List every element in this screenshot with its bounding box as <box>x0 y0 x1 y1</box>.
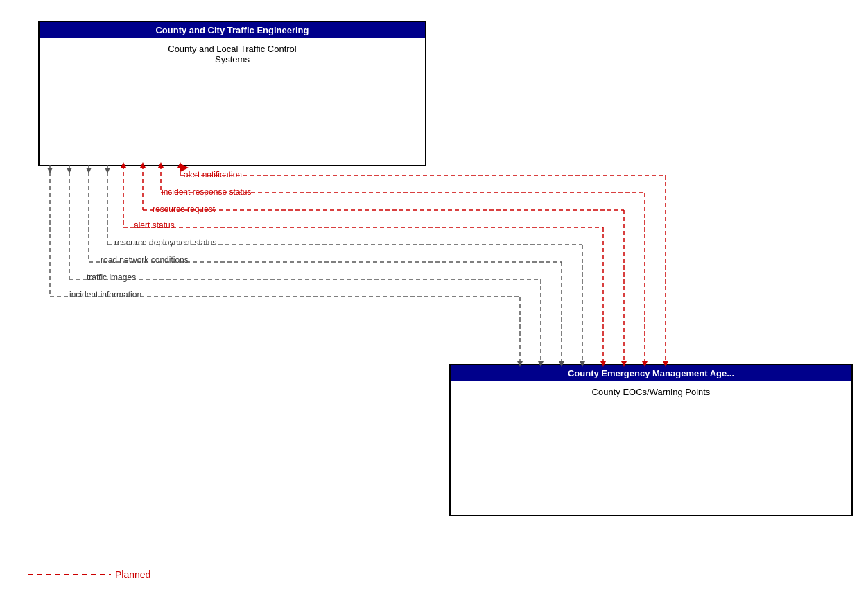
flow-incident-information: incident information <box>69 290 141 299</box>
svg-marker-32 <box>86 168 92 173</box>
left-node: County and City Traffic Engineering Coun… <box>38 21 426 166</box>
right-node-header: County Emergency Management Age... <box>451 365 851 381</box>
flow-alert-status: alert status <box>134 220 175 230</box>
left-node-header: County and City Traffic Engineering <box>40 22 425 38</box>
flow-incident-response: incident response status <box>162 187 251 197</box>
flow-traffic-images: traffic images <box>87 272 136 282</box>
left-node-body: County and Local Traffic ControlSystems <box>40 38 425 80</box>
right-node-body: County EOCs/Warning Points <box>451 381 851 423</box>
flow-road-network: road network conditions <box>101 255 189 265</box>
svg-marker-42 <box>47 168 53 173</box>
right-node: County Emergency Management Age... Count… <box>449 364 853 516</box>
flow-resource-request: resource request <box>153 204 215 214</box>
legend-label: Planned <box>115 569 150 580</box>
flow-resource-deployment: resource deployment status <box>114 238 216 247</box>
svg-marker-37 <box>67 168 72 173</box>
legend: Planned <box>28 569 150 580</box>
svg-marker-27 <box>105 168 110 173</box>
flow-alert-notification: alert notification <box>184 170 242 180</box>
legend-line-svg <box>28 571 111 578</box>
